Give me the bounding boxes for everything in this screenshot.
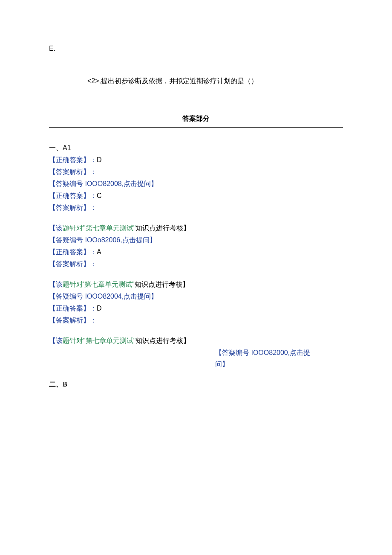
ask-link[interactable]: 点击提问 [124,180,151,187]
section-a-heading: 一、A1 [49,142,343,154]
ask-link[interactable]: 点击提问 [124,293,151,300]
answer-block: 【正确答案】：C 【答案解析】： 【该题针对"第七章单元测试"知识点进行考核】 … [49,190,343,246]
assess-post: 知识点进行考核】 [135,337,190,344]
answer-block: 【正确答案】：A 【答案解析】： 【该题针对'第七章单元测试"知识点进行考核】 … [49,246,343,302]
question-2: <2>,提出初步诊断及依据，并拟定近期诊疗计划的是（） [49,75,343,87]
reference-prefix: 【答疑编号 IOOo82006, [49,236,122,244]
assess-mid: 题针对"第七章单元测试" [63,337,135,344]
assess-post: 知识点进行考核】 [135,281,189,288]
reference-suffix: 】 [151,293,158,300]
option-e: E. [49,43,343,55]
answers-title: 答案部分 [49,113,343,125]
document-page: E. <2>,提出初步诊断及依据，并拟定近期诊疗计划的是（） 答案部分 一、A1… [0,0,392,555]
answer-block: 【正确答案】：D 【答案解析】： 【答疑编号 IOOO82008,点击提问】 [49,154,343,190]
assess-prefix: 【该 [49,224,63,232]
divider [49,127,343,128]
ask-link[interactable]: 点击提 [290,349,310,356]
reference-suffix: 】 [150,236,156,244]
section-b-heading: 二、B [49,378,343,390]
analysis-label: 【答案解析】： [49,314,343,326]
analysis-label: 【答案解析】： [49,258,343,270]
reference-suffix: 问】 [215,360,229,368]
correct-answer-value: C [97,192,102,199]
correct-answer-value: D [97,305,102,312]
reference-suffix: 】 [151,180,158,187]
correct-answer-value: D [97,156,102,163]
ask-link[interactable]: 点击提问 [122,236,150,244]
analysis-label: 【答案解析】： [49,166,343,178]
correct-answer-label: 【正确答案】： [49,248,97,256]
analysis-label: 【答案解析】： [49,202,343,214]
reference-prefix: 【答疑编号 IOOO82000, [215,349,290,356]
assess-prefix: 【该 [49,281,63,288]
reference-prefix: 【答疑编号 IOOO82004, [49,293,124,300]
assess-prefix: 【该 [49,337,63,344]
correct-answer-label: 【正确答案】： [49,192,97,199]
correct-answer-label: 【正确答案】： [49,305,97,312]
assess-post: 知识点进行考核】 [135,224,190,232]
correct-answer-value: A [97,248,101,256]
assess-mid: 题针对'第七章单元测试" [63,281,135,288]
reference-prefix: 【答疑编号 IOOO82008, [49,180,124,187]
correct-answer-label: 【正确答案】： [49,156,97,163]
assess-mid: 题针对"第七章单元测试" [63,224,135,232]
answer-block: 【正确答案】：D 【答案解析】： 【该题针对"第七章单元测试"知识点进行考核】 … [49,302,343,370]
